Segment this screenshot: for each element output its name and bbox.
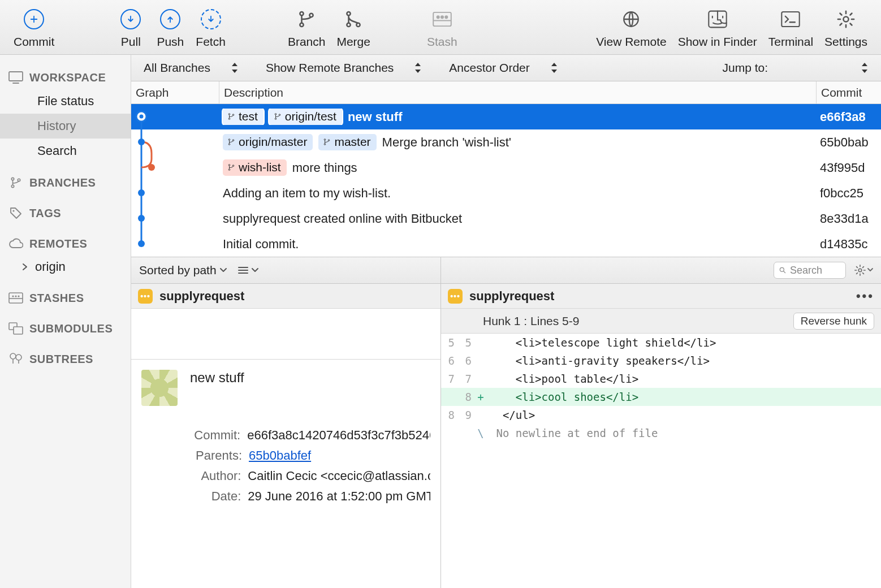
sidebar-workspace-header[interactable]: WORKSPACE	[0, 66, 131, 89]
terminal-icon	[781, 7, 800, 32]
commit-hash: f0bcc25	[817, 186, 881, 201]
meta-date-value: 29 June 2016 at 1:52:00 pm GMT	[248, 486, 430, 507]
svg-point-16	[11, 185, 14, 187]
view-remote-button[interactable]: View Remote	[590, 3, 672, 51]
finder-icon	[708, 7, 727, 32]
diff-view[interactable]: 55 <li>telescope light shield</li>66 <li…	[441, 334, 881, 442]
svg-point-2	[310, 14, 313, 17]
commit-row[interactable]: supplyrequest created online with Bitbuc…	[131, 206, 881, 231]
stash-button[interactable]: Stash	[421, 3, 463, 51]
diff-line: 66 <li>anti-gravity speakers</li>	[441, 352, 881, 370]
diff-toolbar: Search	[441, 257, 881, 284]
sidebar-remotes-header[interactable]: REMOTES	[0, 232, 131, 255]
sidebar-item-file-status[interactable]: File status	[0, 89, 131, 114]
filter-remote-branches[interactable]: Show Remote Branches	[266, 61, 422, 75]
file-header-right[interactable]: ••• supplyrequest •••	[441, 284, 881, 309]
reverse-hunk-button[interactable]: Reverse hunk	[793, 313, 874, 330]
svg-point-1	[300, 23, 304, 27]
file-modified-icon: •••	[448, 289, 463, 304]
updown-icon	[861, 62, 869, 74]
svg-point-20	[12, 295, 14, 297]
sort-order[interactable]: Sorted by path	[139, 263, 227, 277]
branch-badge: wish-list	[223, 159, 287, 176]
column-headers: Graph Description Commit	[131, 81, 881, 104]
fetch-button[interactable]: Fetch	[190, 3, 231, 51]
sidebar-submodules-header[interactable]: SUBMODULES	[0, 317, 131, 340]
svg-point-8	[441, 16, 443, 19]
svg-point-45	[329, 140, 330, 141]
svg-point-18	[12, 210, 14, 211]
list-icon	[238, 266, 248, 274]
commit-message: new stuff	[348, 110, 403, 124]
branch-button[interactable]: Branch	[282, 3, 331, 51]
svg-point-3	[347, 12, 351, 15]
svg-point-22	[18, 295, 19, 297]
stash-icon	[433, 7, 452, 32]
sidebar-subtrees-header[interactable]: SUBTREES	[0, 348, 131, 370]
diff-file-name: supplyrequest	[469, 289, 554, 304]
svg-point-37	[275, 114, 277, 115]
svg-point-41	[228, 144, 230, 145]
pull-button[interactable]: Pull	[111, 3, 150, 51]
commit-hash: 65b0bab	[817, 135, 881, 150]
commit-row[interactable]: Initial commit.d14835c	[131, 231, 881, 257]
sidebar-item-history[interactable]: History	[0, 114, 131, 139]
sidebar-item-search[interactable]: Search	[0, 139, 131, 163]
filter-order[interactable]: Ancestor Order	[449, 61, 558, 75]
file-header-left[interactable]: ••• supplyrequest	[131, 284, 441, 309]
merge-button[interactable]: Merge	[331, 3, 376, 51]
globe-icon	[621, 7, 641, 32]
sidebar-branches-header[interactable]: BRANCHES	[0, 171, 131, 194]
svg-rect-19	[9, 293, 23, 303]
hunk-label: Hunk 1 : Lines 5-9	[483, 314, 579, 328]
svg-point-25	[10, 353, 16, 359]
gear-icon	[854, 264, 866, 276]
svg-point-17	[18, 179, 20, 181]
push-button[interactable]: Push	[150, 3, 190, 51]
diff-settings-button[interactable]	[854, 264, 873, 276]
commit-message: more things	[292, 161, 357, 175]
search-input[interactable]: Search	[774, 262, 846, 279]
col-graph[interactable]: Graph	[131, 81, 219, 103]
file-name: supplyrequest	[159, 289, 244, 304]
diff-line: 55 <li>telescope light shield</li>	[441, 334, 881, 352]
sidebar-tags-header[interactable]: TAGS	[0, 202, 131, 224]
svg-point-38	[275, 118, 277, 120]
commit-row[interactable]: wish-listmore things43f995d	[131, 155, 881, 180]
commit-list: testorigin/testnew stuffe66f3a8origin/ma…	[131, 104, 881, 257]
commit-row[interactable]: testorigin/testnew stuffe66f3a8	[131, 104, 881, 129]
settings-button[interactable]: Settings	[819, 3, 873, 51]
commit-message: Merge branch 'wish-list'	[382, 135, 511, 150]
svg-point-39	[279, 114, 280, 116]
hunk-header: Hunk 1 : Lines 5-9 Reverse hunk	[441, 309, 881, 334]
sort-bar: Sorted by path	[131, 257, 441, 284]
svg-point-40	[228, 139, 230, 141]
more-actions-icon[interactable]: •••	[856, 289, 874, 304]
arrow-down-dashed-circle-icon	[201, 7, 221, 32]
col-commit[interactable]: Commit	[817, 81, 881, 103]
sidebar-remote-origin[interactable]: origin	[0, 255, 131, 279]
svg-point-43	[325, 139, 326, 141]
svg-point-13	[844, 16, 849, 21]
cloud-icon	[8, 237, 24, 250]
col-description[interactable]: Description	[219, 81, 817, 103]
jump-to[interactable]: Jump to:	[722, 61, 869, 75]
merge-icon	[344, 7, 363, 32]
meta-commit-label: Commit:	[190, 425, 240, 446]
detail-right: Search ••• supplyrequest ••• Hunk	[441, 257, 881, 588]
svg-point-26	[16, 354, 21, 360]
commit-row[interactable]: Adding an item to my wish-list.f0bcc25	[131, 180, 881, 206]
svg-point-44	[325, 144, 326, 145]
commit-row[interactable]: origin/mastermasterMerge branch 'wish-li…	[131, 129, 881, 155]
view-mode[interactable]	[238, 266, 258, 274]
sidebar-stashes-header[interactable]: STASHES	[0, 287, 131, 309]
toolbar: Commit Pull Push Fetch Branch Merge	[0, 0, 881, 55]
show-in-finder-button[interactable]: Show in Finder	[672, 3, 763, 51]
commit-button[interactable]: Commit	[8, 3, 60, 51]
parent-link[interactable]: 65b0babfef	[249, 448, 311, 462]
commit-message: Adding an item to my wish-list.	[223, 186, 391, 201]
svg-rect-6	[433, 12, 451, 26]
filter-branches[interactable]: All Branches	[144, 61, 239, 75]
terminal-button[interactable]: Terminal	[763, 3, 819, 51]
commit-meta: new stuff Commit:e66f3a8c1420746d53f3c7f…	[131, 360, 441, 507]
